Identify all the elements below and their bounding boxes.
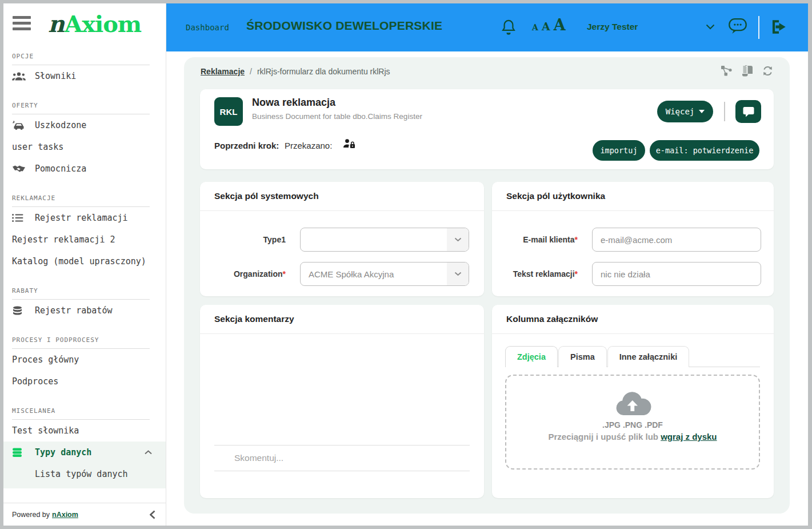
panel-toolbar [721, 65, 774, 77]
sidebar-item-katalog[interactable]: Katalog (model uprasczony) [3, 250, 166, 272]
section-title: Sekcja pól użytkownika [506, 191, 605, 201]
sidebar-item-user-tasks[interactable]: user tasks [3, 136, 166, 158]
app-logo[interactable]: nAxiom [48, 10, 141, 37]
nav-section-title: OFERTY [12, 102, 150, 114]
sidebar-nav: OPCJE Słowniki OFERTY Uszkodzone user ta… [3, 48, 166, 488]
more-button[interactable]: Więcej [657, 101, 713, 122]
naxiom-link[interactable]: nAxiom [52, 511, 78, 519]
notifications-bell-icon[interactable] [500, 18, 517, 37]
dropzone-formats: .JPG .PNG .PDF [506, 420, 759, 429]
breadcrumb-current: rklRjs-formularz dla dokumentu rklRjs [257, 67, 390, 76]
user-menu[interactable]: Jerzy Tester [587, 22, 638, 32]
prev-step-value: Przekazano: [285, 141, 332, 150]
field-label-claim-text: Tekst reklamacji* [492, 262, 578, 286]
nav-section-title: PROCESY I PODPROCESY [12, 336, 150, 349]
tab-pisma[interactable]: Pisma [558, 346, 607, 367]
comment-input[interactable] [214, 446, 470, 471]
sidebar-item-typy-danych[interactable]: Typy danych [3, 442, 166, 463]
sidebar-item-label: Rejestr reklamacji 2 [12, 234, 115, 245]
section-divider [200, 333, 484, 334]
sidebar-item-label: user tasks [12, 142, 63, 152]
section-divider [492, 333, 774, 334]
sidebar-item-slowniki[interactable]: Słowniki [3, 65, 166, 87]
document-subtitle: Business Document for table dbo.Claims R… [252, 112, 422, 121]
sidebar-item-label: Rejestr rabatów [35, 305, 112, 316]
logout-icon[interactable] [770, 18, 788, 35]
chat-bubble-icon [742, 106, 755, 118]
workflow-icon[interactable] [721, 65, 733, 77]
breadcrumb: Reklamacje / rklRjs-formularz dla dokume… [201, 67, 390, 76]
sidebar-item-label: Lista typów danych [35, 469, 128, 479]
upload-from-disk-link[interactable]: wgraj z dysku [661, 432, 717, 442]
chevron-down-icon [447, 228, 469, 251]
chat-icon[interactable] [727, 17, 748, 35]
sidebar-item-rejestr-reklamacji-2[interactable]: Rejestr reklamacji 2 [3, 229, 166, 250]
attachments-card: Kolumna załączników Zdjęcia Pisma Inne z… [492, 305, 774, 498]
type1-select[interactable] [300, 228, 469, 252]
required-mark: * [575, 235, 578, 244]
script-icon[interactable] [741, 65, 753, 77]
claim-text-field[interactable] [593, 262, 761, 285]
section-divider [200, 210, 484, 211]
email-field[interactable] [593, 228, 761, 251]
hamburger-menu-icon[interactable] [13, 16, 32, 31]
sidebar-item-label: Podproces [12, 376, 58, 387]
sidebar-item-proces-glowny[interactable]: Proces główny [3, 349, 166, 371]
topbar: Dashboard ŚRODOWISKO DEWELOPERSKIE A A A… [166, 3, 808, 51]
collapse-sidebar-icon[interactable] [150, 510, 155, 519]
user-fields-card: Sekcja pól użytkownika E-mail klienta* T… [492, 182, 774, 296]
font-size-small-button[interactable]: A [532, 23, 538, 32]
font-size-medium-button[interactable]: A [542, 20, 550, 33]
claim-text-field-wrap [592, 262, 761, 286]
breadcrumb-separator: / [250, 67, 252, 76]
app-window: nAxiom OPCJE Słowniki OFERTY Uszkodzone … [3, 3, 808, 526]
sidebar-item-pomocnicza[interactable]: Pomocnicza [3, 158, 166, 180]
refresh-icon[interactable] [762, 65, 774, 77]
environment-title: ŚRODOWISKO DEWELOPERSKIE [246, 19, 442, 33]
powered-by-text: Powered by [12, 511, 50, 519]
tab-inne-zalaczniki[interactable]: Inne załączniki [607, 346, 690, 367]
attachment-tabs: Zdjęcia Pisma Inne załączniki [505, 346, 760, 367]
sidebar-item-podproces[interactable]: Podproces [3, 371, 166, 392]
nav-section-title: OPCJE [12, 53, 150, 65]
sidebar: nAxiom OPCJE Słowniki OFERTY Uszkodzone … [3, 3, 166, 526]
file-dropzone[interactable]: .JPG .PNG .PDF Przeciągnij i upuść plik … [505, 375, 760, 470]
dashboard-link[interactable]: Dashboard [186, 23, 229, 32]
document-chat-button[interactable] [735, 100, 761, 123]
user-menu-chevron-down-icon[interactable] [706, 24, 715, 30]
section-title: Kolumna załączników [506, 314, 598, 324]
sidebar-item-label: Katalog (model uprasczony) [12, 256, 146, 267]
font-size-large-button[interactable]: A [554, 16, 566, 34]
organization-select[interactable]: ACME Spółka Akcyjna [300, 262, 469, 286]
sidebar-item-lista-typow-danych[interactable]: Lista typów danych [3, 463, 166, 485]
sidebar-item-label: Typy danych [35, 447, 91, 458]
document-header-card: RKL Nowa reklamacja Business Document fo… [200, 89, 774, 169]
sidebar-item-rejestr-rabatow[interactable]: Rejestr rabatów [3, 300, 166, 321]
section-divider [492, 210, 774, 211]
sidebar-footer: Powered by nAxiom [3, 503, 166, 526]
active-nav-group: Typy danych Lista typów danych [3, 442, 166, 488]
sidebar-item-uszkodzone[interactable]: Uszkodzone [3, 114, 166, 136]
sidebar-item-label: Słowniki [35, 71, 76, 81]
import-button[interactable]: importuj [593, 140, 645, 161]
sidebar-item-label: Rejestr reklamacji [35, 213, 128, 223]
breadcrumb-root-link[interactable]: Reklamacje [201, 67, 245, 76]
more-button-label: Więcej [666, 107, 695, 116]
document-title: Nowa reklamacja [252, 97, 335, 109]
sidebar-item-label: Uszkodzone [35, 120, 86, 130]
required-mark: * [283, 269, 286, 279]
chevron-up-icon[interactable] [145, 450, 152, 455]
car-crash-icon [12, 120, 27, 131]
cloud-upload-icon [506, 391, 759, 418]
chevron-down-icon [447, 262, 469, 285]
email-confirm-button[interactable]: e-mail: potwierdzenie [650, 140, 759, 161]
sidebar-item-rejestr-reklamacji[interactable]: Rejestr reklamacji [3, 207, 166, 229]
tab-zdjecia[interactable]: Zdjęcia [505, 346, 558, 367]
sidebar-item-label: Proces główny [12, 355, 79, 365]
sidebar-item-test-slownika[interactable]: Test słownika [3, 420, 166, 442]
topbar-divider [758, 16, 759, 39]
people-icon [12, 70, 27, 82]
database-icon [12, 447, 27, 458]
email-field-wrap [592, 228, 761, 252]
nav-section-title: REKLAMACJE [12, 194, 150, 207]
